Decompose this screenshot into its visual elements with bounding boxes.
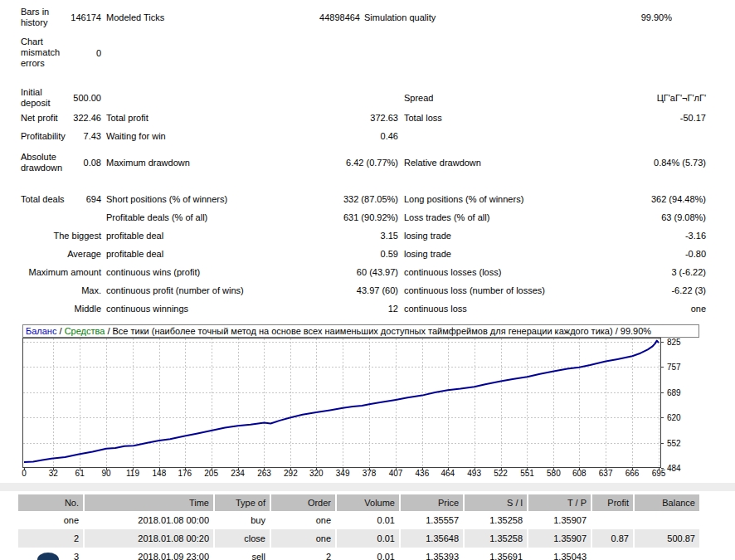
y-tick-label: 484 xyxy=(667,464,681,473)
summary-col1: Max. xyxy=(21,285,101,296)
summary-value-2: 12 xyxy=(293,304,398,314)
chart-legend: Баланс / Средства / Все тики (наиболее т… xyxy=(22,324,699,338)
summary-label-3: continuous loss xyxy=(404,304,581,314)
balance-curve-svg xyxy=(22,338,661,468)
summary-label-3: Total loss xyxy=(404,113,581,124)
table-cell: 2018.01.08 00:00 xyxy=(85,511,215,529)
summary-value-1: 500.00 xyxy=(72,93,101,103)
x-tick-label: 407 xyxy=(389,469,403,478)
table-header-cell: No. xyxy=(18,494,85,511)
summary-value-3: ЦГ'аГ'¬Г'лГ' xyxy=(581,93,706,103)
summary-label-3: Spread xyxy=(404,93,581,104)
table-cell: close xyxy=(215,529,271,548)
y-tick-label: 825 xyxy=(667,338,681,347)
summary-label-1: Max. xyxy=(21,285,101,296)
summary-value-2: 0.46 xyxy=(293,131,398,141)
x-tick-label: 32 xyxy=(49,469,58,478)
summary-col1: Middle xyxy=(21,304,101,314)
x-tick-label: 493 xyxy=(467,469,481,478)
table-row[interactable]: one2018.01.08 00:00buyone0.011.355571.35… xyxy=(0,511,735,529)
x-tick-label: 580 xyxy=(547,469,561,478)
x-tick-label: 522 xyxy=(494,469,508,478)
table-cell xyxy=(635,548,699,560)
summary-label-2: Modeled Ticks xyxy=(106,12,274,23)
summary-row: Averageprofitable deal0.59losing trade-0… xyxy=(0,245,735,263)
x-tick-label: 695 xyxy=(652,469,666,478)
table-cell: 2 xyxy=(271,548,337,560)
table-row[interactable]: 22018.01.08 00:20closeone0.011.356481.35… xyxy=(0,529,735,548)
summary-value-3: 63 (9.08%) xyxy=(581,212,706,222)
summary-label-3: Relative drawdown xyxy=(404,158,581,168)
summary-value-1: 0.08 xyxy=(72,158,101,168)
summary-label-1: Average xyxy=(21,249,101,260)
summary-value-2: 0.59 xyxy=(293,249,398,259)
summary-label-1: Chart mismatch errors xyxy=(21,37,72,69)
table-header-cell: Time xyxy=(85,494,215,511)
summary-value-2: 332 (87.05%) xyxy=(293,194,398,204)
summary-section: Bars in history146174Modeled Ticks448984… xyxy=(0,0,735,318)
table-cell: 0.87 xyxy=(592,529,635,548)
y-tick-label: 552 xyxy=(667,439,681,448)
summary-label-2: continuous wins (profit) xyxy=(106,267,293,278)
summary-value-3: 99.90% xyxy=(541,12,672,22)
legend-separator: / xyxy=(56,326,64,336)
legend-separator: / xyxy=(105,326,112,336)
y-tick-label: 757 xyxy=(667,363,681,372)
summary-value-1: 7.43 xyxy=(72,131,101,141)
summary-label-1: Bars in history xyxy=(21,7,71,28)
table-cell: one xyxy=(271,529,337,548)
plot-area xyxy=(22,338,661,468)
summary-label-1: Initial deposit xyxy=(21,87,72,109)
table-cell xyxy=(592,511,635,529)
table-cell: one xyxy=(271,511,337,529)
x-tick-label: 148 xyxy=(153,469,167,478)
summary-row: Net profit322.46Total profit372.63Total … xyxy=(0,109,735,127)
x-tick-label: 0 xyxy=(22,469,27,478)
x-tick-label: 551 xyxy=(520,469,534,478)
table-header-cell: Profit xyxy=(592,494,635,511)
x-tick-label: 464 xyxy=(441,469,455,478)
summary-row: Total deals694Short positions (% of winn… xyxy=(0,190,735,208)
summary-row: Absolute drawdown0.08Maximum drawdown6.4… xyxy=(0,152,735,173)
x-tick-label: 608 xyxy=(572,469,587,478)
summary-col1: The biggest xyxy=(21,231,101,241)
x-tick-label: 176 xyxy=(178,469,192,478)
table-cell: sell xyxy=(215,548,271,560)
summary-value-1: 146174 xyxy=(71,12,101,22)
legend-equity-label: Средства xyxy=(65,326,105,336)
legend-quality: 99.90% xyxy=(621,326,651,336)
summary-value-3: -50.17 xyxy=(581,113,706,123)
tester-report-page: { "colors": { "balance_label": "#0000c8"… xyxy=(0,0,735,560)
summary-row: Middlecontinuous winnings12continuous lo… xyxy=(0,299,735,318)
summary-value-2: 631 (90.92%) xyxy=(293,212,398,222)
table-cell: 1.35258 xyxy=(465,529,528,548)
summary-label-2: continuous winnings xyxy=(106,304,293,314)
summary-value-3: one xyxy=(581,304,706,314)
table-cell: buy xyxy=(215,511,271,529)
separator-band xyxy=(0,483,735,491)
row-left-gutter xyxy=(0,511,18,529)
summary-label-1: Profitability xyxy=(21,131,72,142)
summary-col1: Chart mismatch errors0 xyxy=(21,37,101,69)
summary-row: Profitability7.43Waiting for win0.46 xyxy=(0,127,735,145)
summary-value-1: 322.46 xyxy=(72,113,101,123)
summary-value-2: 60 (43.97) xyxy=(293,267,398,277)
summary-col1: Absolute drawdown0.08 xyxy=(21,152,101,173)
table-header-cell: Volume xyxy=(337,494,401,511)
x-tick-label: 263 xyxy=(257,469,271,478)
summary-value-1: 0 xyxy=(72,48,101,58)
table-cell: 1.35043 xyxy=(528,548,592,560)
summary-value-2: 3.15 xyxy=(293,231,398,241)
summary-value-2: 6.42 (0.77%) xyxy=(293,158,398,168)
summary-label-3: Loss trades (% of all) xyxy=(404,212,581,223)
summary-value-2: 372.63 xyxy=(293,113,398,123)
summary-label-2: Short positions (% of winners) xyxy=(106,194,293,205)
row-left-gutter xyxy=(0,529,18,548)
summary-label-1: Net profit xyxy=(21,113,72,124)
summary-label-3: Long positions (% of winners) xyxy=(404,194,581,205)
summary-label-1: Middle xyxy=(21,304,101,314)
table-row[interactable]: 32018.01.09 23:00sell20.011.353931.35691… xyxy=(0,548,735,560)
summary-label-3: Simulation quality xyxy=(364,12,541,23)
table-cell: 2 xyxy=(18,529,85,548)
table-cell: 2018.01.09 23:00 xyxy=(85,548,215,560)
